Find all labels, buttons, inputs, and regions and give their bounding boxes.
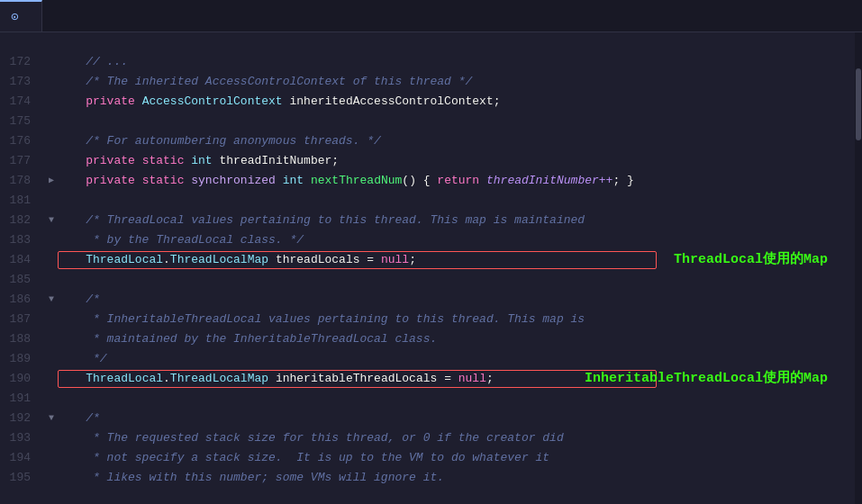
token-plain bbox=[276, 171, 283, 191]
token-var-name: inheritableThreadLocals bbox=[276, 369, 437, 389]
line-number: 187 bbox=[0, 310, 45, 329]
token-plain bbox=[184, 171, 191, 191]
token-plain bbox=[135, 171, 142, 191]
fold-arrow bbox=[45, 191, 58, 211]
line-number: 184 bbox=[0, 250, 45, 270]
fold-arrow bbox=[45, 230, 58, 250]
token-var-name: inheritedAccessControlContext bbox=[289, 92, 493, 112]
table-row: 188 * maintained by the InheritableThrea… bbox=[0, 329, 855, 349]
table-row: 177 private static int threadInitNumber; bbox=[0, 151, 855, 171]
table-row: 195 * likes with this number; some VMs w… bbox=[0, 468, 855, 488]
line-number: 189 bbox=[0, 349, 45, 369]
line-number: 191 bbox=[0, 389, 45, 409]
table-row: 189 */ bbox=[0, 349, 855, 369]
scrollbar-thumb[interactable] bbox=[856, 68, 861, 140]
token-comment: /* bbox=[86, 290, 100, 310]
fold-arrow[interactable]: ▼ bbox=[45, 290, 58, 310]
thread-icon: ⊙ bbox=[11, 9, 18, 24]
fold-arrow[interactable]: ▼ bbox=[45, 211, 58, 230]
code-lines: 172 // ...173 /* The inherited AccessCon… bbox=[0, 32, 855, 488]
token-plain bbox=[58, 250, 86, 270]
token-plain bbox=[58, 151, 86, 171]
table-row: 178▶ private static synchronized int nex… bbox=[0, 171, 855, 191]
line-content: ThreadLocal.ThreadLocalMap threadLocals … bbox=[58, 250, 855, 270]
fold-arrow[interactable]: ▶ bbox=[45, 171, 58, 191]
fold-arrow bbox=[45, 32, 58, 52]
fold-arrow bbox=[45, 52, 58, 72]
token-plain: = bbox=[437, 369, 458, 389]
line-number: 175 bbox=[0, 112, 45, 131]
line-number: 192 bbox=[0, 409, 45, 428]
fold-arrow bbox=[45, 131, 58, 151]
line-content: /* For autonumbering anonymous threads. … bbox=[58, 131, 855, 151]
line-number: 178 bbox=[0, 171, 45, 191]
tab-thread[interactable]: ⊙ bbox=[0, 0, 42, 32]
token-type: ThreadLocalMap bbox=[170, 250, 268, 270]
table-row: 185 bbox=[0, 270, 855, 290]
token-plain bbox=[135, 92, 142, 112]
token-type: AccessControlContext bbox=[142, 92, 283, 112]
table-row: 190 ThreadLocal.ThreadLocalMap inheritab… bbox=[0, 369, 855, 389]
token-plain bbox=[58, 171, 86, 191]
line-number: 194 bbox=[0, 448, 45, 468]
line-content: // ... bbox=[58, 52, 855, 72]
token-plain bbox=[58, 448, 93, 468]
token-plain bbox=[58, 369, 86, 389]
token-var-name: threadInitNumber bbox=[219, 151, 331, 171]
tab-bar: ⊙ bbox=[0, 0, 862, 32]
token-plain bbox=[58, 409, 86, 428]
fold-arrow bbox=[45, 270, 58, 290]
fold-arrow bbox=[45, 112, 58, 131]
table-row: 173 /* The inherited AccessControlContex… bbox=[0, 72, 855, 92]
token-plain bbox=[58, 468, 93, 488]
token-kw: private bbox=[86, 92, 135, 112]
fold-arrow bbox=[45, 448, 58, 468]
token-plain bbox=[58, 290, 86, 310]
line-content: * by the ThreadLocal class. */ bbox=[58, 230, 855, 250]
line-number: 177 bbox=[0, 151, 45, 171]
line-content: /* The inherited AccessControlContext of… bbox=[58, 72, 855, 92]
fold-arrow[interactable]: ▼ bbox=[45, 409, 58, 428]
line-number: 190 bbox=[0, 369, 45, 389]
line-number: 181 bbox=[0, 191, 45, 211]
line-content: * likes with this number; some VMs will … bbox=[58, 468, 855, 488]
token-plain bbox=[479, 171, 486, 191]
table-row: 175 bbox=[0, 112, 855, 131]
line-content: */ bbox=[58, 349, 855, 369]
fold-arrow bbox=[45, 468, 58, 488]
token-type: int bbox=[191, 151, 212, 171]
line-number: 186 bbox=[0, 290, 45, 310]
token-plain bbox=[58, 428, 93, 448]
token-comment: /* bbox=[86, 409, 100, 428]
token-comment: * maintained by the InheritableThreadLoc… bbox=[93, 329, 437, 349]
token-comment: */ bbox=[93, 349, 107, 369]
fold-arrow bbox=[45, 349, 58, 369]
line-number: 174 bbox=[0, 92, 45, 112]
line-content: private static synchronized int nextThre… bbox=[58, 171, 855, 191]
scrollbar[interactable] bbox=[855, 32, 862, 504]
table-row: 183 * by the ThreadLocal class. */ bbox=[0, 230, 855, 250]
table-row bbox=[0, 32, 855, 52]
line-number: 195 bbox=[0, 468, 45, 488]
line-content: /* bbox=[58, 290, 855, 310]
token-comment: /* For autonumbering anonymous threads. … bbox=[86, 131, 381, 151]
fold-arrow bbox=[45, 72, 58, 92]
token-plain bbox=[135, 151, 142, 171]
token-kw: static bbox=[142, 171, 185, 191]
fold-arrow bbox=[45, 310, 58, 329]
token-kw2: synchronized bbox=[191, 171, 276, 191]
token-type: ThreadLocalMap bbox=[170, 369, 268, 389]
token-var-name: threadLocals bbox=[276, 250, 360, 270]
token-plain: ; bbox=[486, 369, 494, 389]
token-comment: * The requested stack size for this thre… bbox=[93, 428, 564, 448]
fold-arrow bbox=[45, 428, 58, 448]
token-plain bbox=[304, 171, 311, 191]
token-kw: static bbox=[142, 151, 185, 171]
token-plain bbox=[58, 72, 86, 92]
token-plain bbox=[58, 211, 86, 230]
token-comment: // ... bbox=[86, 52, 128, 72]
token-plain bbox=[58, 131, 86, 151]
line-content: * maintained by the InheritableThreadLoc… bbox=[58, 329, 855, 349]
token-kw: return bbox=[437, 171, 479, 191]
token-comment: /* The inherited AccessControlContext of… bbox=[86, 72, 472, 92]
